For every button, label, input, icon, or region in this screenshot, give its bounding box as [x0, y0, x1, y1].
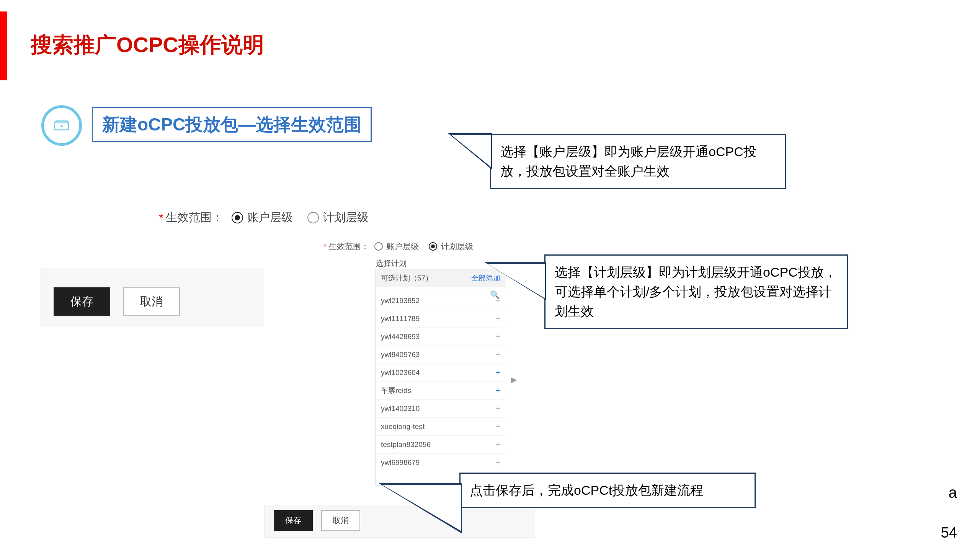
add-icon[interactable]: +: [495, 314, 500, 324]
list-item[interactable]: xueqiong-test+: [376, 418, 506, 436]
plan-name: ywl2193852: [381, 297, 420, 305]
callout-pointer: [383, 485, 461, 531]
radio-label: 计划层级: [323, 210, 369, 225]
package-icon: [41, 105, 82, 146]
scope-row-account: * 生效范围： 账户层级 计划层级: [159, 210, 383, 225]
radio-icon: [429, 242, 437, 251]
plan-picker: 可选计划（57） 全部添加 🔍 ywl2193852+ywl1111789+yw…: [375, 269, 506, 486]
callout-save: 点击保存后，完成oCPCt投放包新建流程: [459, 473, 756, 508]
list-item[interactable]: ywl1023604+: [376, 364, 506, 382]
save-button[interactable]: 保存: [54, 287, 110, 316]
add-icon[interactable]: +: [495, 332, 500, 342]
radio-plan-level[interactable]: 计划层级: [307, 210, 369, 225]
callout-plan: 选择【计划层级】即为计划层级开通oCPC投放，可选择单个计划/多个计划，投放包设…: [544, 254, 848, 329]
list-item[interactable]: ywl1111789+: [376, 310, 506, 328]
stray-text: a: [949, 484, 957, 501]
cancel-button[interactable]: 取消: [321, 510, 360, 531]
add-icon[interactable]: +: [495, 350, 500, 360]
save-button[interactable]: 保存: [274, 510, 313, 531]
add-icon[interactable]: +: [495, 368, 500, 378]
add-icon[interactable]: +: [495, 458, 500, 468]
plan-list: ywl2193852+ywl1111789+ywl4428693+ywl8409…: [376, 292, 506, 485]
scope-label: 生效范围：: [329, 241, 369, 252]
radio-icon: [374, 242, 383, 251]
plan-name: ywl4428693: [381, 333, 420, 341]
plan-name: testplan832056: [381, 440, 431, 449]
list-item[interactable]: ywl8409763+: [376, 346, 506, 364]
list-item[interactable]: 车票reids+: [376, 382, 506, 400]
list-item[interactable]: ywl6998679+: [376, 454, 506, 471]
required-mark: *: [323, 242, 327, 251]
plan-name: ywl1111789: [381, 315, 420, 323]
actions-account: 保存 取消: [54, 287, 180, 316]
list-item[interactable]: ywl1402310+: [376, 400, 506, 418]
available-plans-label: 可选计划（57）: [381, 273, 433, 283]
add-icon[interactable]: +: [495, 404, 500, 414]
scope-label: 生效范围：: [166, 210, 223, 225]
radio-label: 账户层级: [387, 241, 419, 252]
radio-plan-level[interactable]: 计划层级: [429, 241, 473, 252]
list-item[interactable]: ywl4428693+: [376, 328, 506, 346]
add-icon[interactable]: +: [495, 440, 500, 450]
add-icon[interactable]: +: [495, 386, 500, 396]
callout-pointer: [451, 135, 491, 167]
actions-plan: 保存 取消: [274, 510, 360, 531]
plan-name: 车票reids: [381, 386, 411, 396]
radio-account-level[interactable]: 账户层级: [232, 210, 293, 225]
plan-name: ywl6998679: [381, 458, 420, 467]
plan-name: ywl1402310: [381, 404, 420, 413]
plan-name: ywl8409763: [381, 350, 420, 359]
callout-pointer: [488, 264, 545, 298]
radio-label: 计划层级: [441, 241, 473, 252]
plan-name: xueqiong-test: [381, 422, 425, 431]
section-subtitle: 新建oCPC投放包—选择生效范围: [92, 107, 372, 142]
page-title: 搜索推广OCPC操作说明: [31, 31, 264, 60]
list-item[interactable]: testplan832056+: [376, 436, 506, 454]
svg-point-2: [60, 125, 63, 127]
radio-icon: [307, 212, 319, 223]
red-accent-bar: [0, 11, 7, 80]
expand-icon[interactable]: ▶: [511, 375, 517, 384]
radio-label: 账户层级: [247, 210, 293, 225]
callout-account: 选择【账户层级】即为账户层级开通oCPC投放，投放包设置对全账户生效: [490, 134, 786, 189]
required-mark: *: [159, 211, 163, 224]
page-number: 54: [941, 525, 957, 541]
radio-account-level[interactable]: 账户层级: [374, 241, 419, 252]
scope-row-plan: * 生效范围： 账户层级 计划层级: [323, 241, 483, 252]
plan-name: ywl1023604: [381, 368, 420, 377]
radio-icon: [232, 212, 243, 223]
add-icon[interactable]: +: [495, 422, 500, 432]
choose-plan-label: 选择计划: [376, 258, 407, 269]
cancel-button[interactable]: 取消: [123, 287, 180, 316]
